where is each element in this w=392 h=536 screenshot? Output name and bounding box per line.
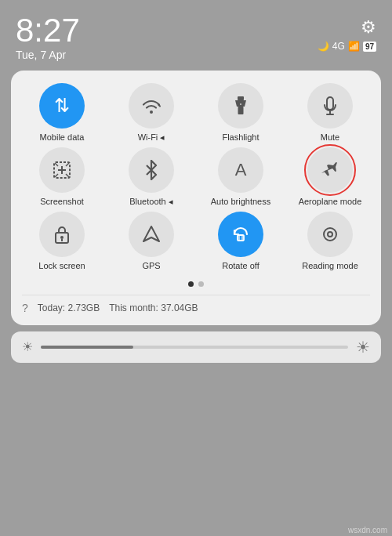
flashlight-icon — [218, 83, 263, 129]
svg-point-14 — [60, 236, 64, 239]
clock: 8:27 — [16, 14, 80, 47]
svg-rect-2 — [238, 107, 244, 114]
gps-icon — [129, 212, 174, 257]
auto-brightness-label: Auto brightness — [211, 197, 270, 207]
mobile-data-icon: ⇅ — [39, 83, 85, 129]
lock-screen-label: Lock screen — [38, 261, 85, 271]
data-usage: ? Today: 2.73GB This month: 37.04GB — [19, 302, 373, 314]
page-dots — [19, 281, 373, 287]
mute-label: Mute — [321, 132, 339, 143]
tile-gps[interactable]: GPS — [108, 212, 194, 271]
dot-2 — [198, 281, 204, 287]
battery-indicator: 97 — [363, 42, 376, 52]
brightness-fill — [41, 346, 133, 349]
data-usage-icon: ? — [22, 302, 28, 314]
month-usage: This month: 37.04GB — [109, 302, 198, 313]
svg-marker-16 — [143, 226, 159, 241]
mute-icon — [307, 83, 353, 129]
tile-screenshot[interactable]: Screenshot — [19, 147, 105, 207]
tile-auto-brightness[interactable]: A Auto brightness — [198, 147, 284, 207]
tile-mobile-data[interactable]: ⇅ Mobile data — [19, 83, 105, 143]
tile-aeroplane-mode[interactable]: Aeroplane mode — [287, 147, 373, 207]
divider — [22, 295, 370, 295]
quick-settings-panel: ⇅ Mobile data Wi-Fi ◂ — [11, 71, 381, 325]
brightness-bar[interactable]: ☀ ☀ — [11, 331, 381, 363]
reading-mode-label: Reading mode — [302, 261, 358, 271]
rotate-off-icon — [218, 212, 263, 257]
bluetooth-icon — [129, 147, 174, 193]
svg-point-20 — [324, 228, 336, 241]
flashlight-label: Flashlight — [222, 132, 259, 143]
tile-bluetooth[interactable]: Bluetooth ◂ — [108, 147, 194, 207]
today-usage: Today: 2.73GB — [38, 302, 100, 313]
tile-flashlight[interactable]: Flashlight — [198, 83, 284, 143]
brightness-track[interactable] — [41, 346, 348, 349]
dot-1 — [188, 281, 194, 287]
svg-line-9 — [55, 163, 58, 166]
svg-point-21 — [328, 232, 332, 237]
wifi-icon — [129, 83, 174, 129]
tiles-grid: ⇅ Mobile data Wi-Fi ◂ — [19, 83, 373, 272]
auto-brightness-icon: A — [218, 147, 263, 193]
status-right: ⚙ 🌙 4G 📶 97 — [318, 14, 376, 52]
status-bar: 8:27 Tue, 7 Apr ⚙ 🌙 4G 📶 97 — [0, 0, 392, 67]
tile-wifi[interactable]: Wi-Fi ◂ — [108, 83, 194, 143]
svg-line-10 — [66, 163, 69, 166]
screenshot-label: Screenshot — [40, 197, 84, 207]
tile-lock-screen[interactable]: Lock screen — [19, 212, 105, 271]
tile-mute[interactable]: Mute — [287, 83, 373, 143]
status-icons: 🌙 4G 📶 97 — [318, 41, 376, 52]
rotate-off-label: Rotate off — [222, 261, 260, 271]
svg-line-12 — [66, 174, 69, 177]
gps-label: GPS — [142, 261, 160, 271]
reading-mode-icon — [307, 212, 353, 257]
network-bars-icon: 📶 — [348, 41, 360, 52]
date: Tue, 7 Apr — [16, 49, 80, 61]
tile-rotate-off[interactable]: Rotate off — [198, 212, 284, 271]
moon-icon: 🌙 — [318, 41, 329, 52]
svg-line-11 — [55, 174, 58, 177]
signal-icon: 4G — [332, 41, 345, 52]
bluetooth-label: Bluetooth ◂ — [129, 197, 173, 207]
settings-icon[interactable]: ⚙ — [361, 17, 376, 38]
wifi-label: Wi-Fi ◂ — [138, 132, 165, 143]
brightness-low-icon: ☀ — [22, 339, 33, 354]
svg-rect-17 — [238, 235, 244, 241]
brightness-high-icon: ☀ — [356, 338, 370, 357]
svg-rect-0 — [238, 96, 244, 100]
tile-reading-mode[interactable]: Reading mode — [287, 212, 373, 271]
lock-screen-icon — [39, 212, 85, 257]
mobile-data-label: Mobile data — [40, 132, 85, 143]
aeroplane-mode-icon — [307, 147, 353, 193]
aeroplane-mode-label: Aeroplane mode — [299, 197, 362, 207]
screenshot-icon — [39, 147, 85, 193]
watermark: wsxdn.com — [348, 526, 387, 534]
